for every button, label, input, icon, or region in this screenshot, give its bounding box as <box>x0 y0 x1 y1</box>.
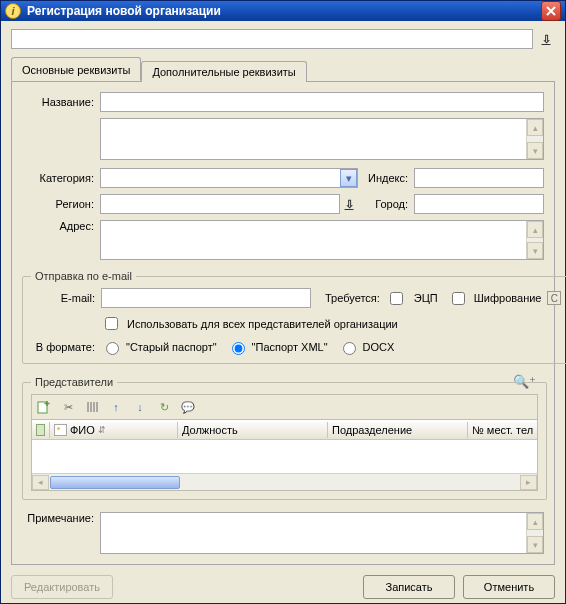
desc-label <box>22 118 100 160</box>
scroll-thumb[interactable] <box>50 476 180 489</box>
format-radio-xml[interactable] <box>232 342 245 355</box>
magnify-icon[interactable]: 🔍⁺ <box>513 374 536 389</box>
name-label: Название: <box>22 96 100 108</box>
encrypt-label: Шифрование <box>474 292 542 304</box>
format-xml-label: "Паспорт XML" <box>252 341 328 353</box>
address-scrollbar[interactable]: ▴ ▾ <box>526 221 543 259</box>
address-label: Адрес: <box>22 220 100 260</box>
reps-legend: Представители <box>31 376 117 388</box>
email-label: E-mail: <box>31 292 101 304</box>
category-label: Категория: <box>22 172 100 184</box>
format-radio-old[interactable] <box>106 342 119 355</box>
sort-icon: ⇵ <box>98 425 106 435</box>
chevron-down-icon[interactable]: ▾ <box>340 169 357 187</box>
arrow-up-icon[interactable]: ↑ <box>108 399 124 415</box>
top-search-row: ⇩ <box>11 29 555 49</box>
required-checkbox[interactable] <box>390 292 403 305</box>
email-legend: Отправка по e-mail <box>31 270 136 282</box>
close-button[interactable] <box>541 1 561 21</box>
window-title: Регистрация новой организации <box>27 4 541 18</box>
dialog-window: i Регистрация новой организации ⇩ Основн… <box>0 0 566 604</box>
tab-main[interactable]: Основные реквизиты <box>11 57 141 81</box>
format-label: В формате: <box>31 341 101 353</box>
note-scrollbar[interactable]: ▴ ▾ <box>526 513 543 553</box>
required-label: Требуется: <box>325 292 380 304</box>
speech-icon[interactable]: 💬 <box>180 399 196 415</box>
use-reps-checkbox[interactable] <box>105 317 118 330</box>
city-label: Город: <box>358 198 414 210</box>
content: ⇩ Основные реквизиты Дополнительные рекв… <box>1 21 565 604</box>
region-picker-button[interactable]: ⇩ <box>340 194 358 214</box>
note-label: Примечание: <box>22 512 100 554</box>
top-search-input[interactable] <box>11 29 533 49</box>
scroll-down-icon[interactable]: ▾ <box>527 142 543 159</box>
top-picker-button[interactable]: ⇩ <box>537 29 555 49</box>
tab-extra[interactable]: Дополнительные реквизиты <box>141 61 306 82</box>
scroll-down-icon[interactable]: ▾ <box>527 536 543 553</box>
col-dept[interactable]: Подразделение <box>328 422 468 438</box>
name-input[interactable] <box>100 92 544 112</box>
index-input[interactable] <box>414 168 544 188</box>
index-label: Индекс: <box>358 172 414 184</box>
footer: Редактировать Записать Отменить <box>11 575 555 599</box>
row-handle-icon <box>36 424 45 436</box>
format-radio-docx[interactable] <box>343 342 356 355</box>
col-phone[interactable]: № мест. тел <box>468 422 537 438</box>
region-input[interactable] <box>100 194 340 214</box>
desc-textarea[interactable]: ▴ ▾ <box>100 118 544 160</box>
tab-panel-main: Название: ▴ ▾ Категория: ▾ Индекс <box>11 81 555 565</box>
scroll-right-icon[interactable]: ▸ <box>520 475 537 490</box>
category-combo[interactable] <box>100 168 358 188</box>
save-button[interactable]: Записать <box>363 575 455 599</box>
scroll-left-icon[interactable]: ◂ <box>32 475 49 490</box>
cut-icon[interactable]: ✂ <box>60 399 76 415</box>
arrow-down-icon[interactable]: ↓ <box>132 399 148 415</box>
table-header: ФИО ⇵ Должность Подразделение № мест. те… <box>32 420 537 440</box>
col-position[interactable]: Должность <box>178 422 328 438</box>
address-textarea[interactable]: ▴ ▾ <box>100 220 544 260</box>
note-textarea[interactable]: ▴ ▾ <box>100 512 544 554</box>
reps-toolbar: ✂ ↑ ↓ ↻ 💬 <box>31 394 538 419</box>
refresh-icon[interactable]: ↻ <box>156 399 172 415</box>
email-group: Отправка по e-mail E-mail: Требуется: ЭЦ… <box>22 270 566 364</box>
format-old-label: "Старый паспорт" <box>126 341 217 353</box>
email-input[interactable] <box>101 288 311 308</box>
new-icon[interactable] <box>36 399 52 415</box>
h-scrollbar[interactable]: ◂ ▸ <box>32 473 537 490</box>
encrypt-config-button[interactable]: C <box>547 291 561 305</box>
format-docx-label: DOCX <box>363 341 395 353</box>
cancel-button[interactable]: Отменить <box>463 575 555 599</box>
ecp-label: ЭЦП <box>414 292 438 304</box>
region-label: Регион: <box>22 198 100 210</box>
info-icon: i <box>5 3 21 19</box>
titlebar: i Регистрация новой организации <box>1 1 565 21</box>
tab-strip: Основные реквизиты Дополнительные реквиз… <box>11 57 555 81</box>
reps-group: Представители 🔍⁺ ✂ ↑ ↓ ↻ � <box>22 376 547 500</box>
city-input[interactable] <box>414 194 544 214</box>
desc-scrollbar[interactable]: ▴ ▾ <box>526 119 543 159</box>
scroll-up-icon[interactable]: ▴ <box>527 513 543 530</box>
encrypt-checkbox[interactable] <box>452 292 465 305</box>
edit-button[interactable]: Редактировать <box>11 575 113 599</box>
row-handle-col[interactable] <box>32 422 50 438</box>
scroll-up-icon[interactable]: ▴ <box>527 119 543 136</box>
col-fio[interactable]: ФИО ⇵ <box>50 422 178 438</box>
use-reps-label: Использовать для всех представителей орг… <box>127 318 398 330</box>
bars-icon[interactable] <box>84 399 100 415</box>
scroll-down-icon[interactable]: ▾ <box>527 242 543 259</box>
reps-table[interactable]: ФИО ⇵ Должность Подразделение № мест. те… <box>31 419 538 491</box>
col-fio-label: ФИО <box>70 424 95 436</box>
scroll-up-icon[interactable]: ▴ <box>527 221 543 238</box>
card-icon <box>54 424 67 436</box>
